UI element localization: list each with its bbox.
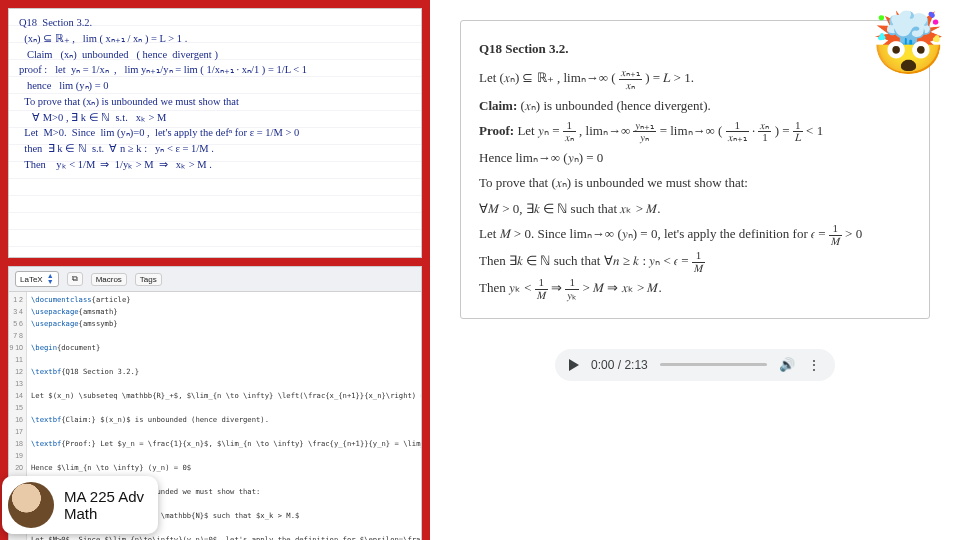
handwritten-line: hence lim (yₙ) = 0 [19, 78, 411, 94]
fraction: 1𝑥ₙ₊₁ [726, 120, 749, 144]
fraction: 𝑦ₙ₊₁𝑦ₙ [633, 120, 656, 144]
line-proof: Proof: Let 𝑦ₙ = 1𝑥ₙ , limₙ→∞ 𝑦ₙ₊₁𝑦ₙ = li… [479, 119, 911, 144]
text: (𝑥ₙ) is unbounded (hence divergent). [517, 98, 710, 113]
audio-seek-track[interactable] [660, 363, 767, 366]
more-options-icon[interactable] [807, 357, 821, 373]
course-name: Math [64, 505, 144, 522]
copy-button[interactable]: ⧉ [67, 272, 83, 286]
presenter-text: MA 225 Adv Math [64, 488, 144, 522]
presenter-card: MA 225 Adv Math [2, 476, 158, 534]
fraction: 1𝑀 [829, 223, 842, 247]
text: Then 𝑦ₖ < [479, 280, 535, 295]
text: < 1 [806, 123, 823, 138]
handwritten-line: proof : let yₙ = 1/xₙ , lim yₙ₊₁/yₙ = li… [19, 62, 411, 78]
total-time: 2:13 [624, 358, 647, 372]
fraction: 1𝐿 [793, 120, 803, 144]
line-toprove: To prove that (𝑥ₙ) is unbounded we must … [479, 171, 911, 194]
language-mode-select[interactable]: LaTeX ▲▼ [15, 271, 59, 287]
current-time: 0:00 [591, 358, 614, 372]
text: , limₙ→∞ [579, 123, 633, 138]
handwritten-line: Let M>0. Since lim (yₙ)=0 , let's apply … [19, 125, 411, 141]
text: ⇒ [551, 280, 565, 295]
macros-button[interactable]: Macros [91, 273, 127, 286]
text: Let 𝑀 > 0. Since limₙ→∞ (𝑦ₙ) = 0, let's … [479, 226, 829, 241]
handwritten-notes-image: Q18 Section 3.2. (xₙ) ⊆ ℝ₊ , lim ( xₙ₊₁ … [8, 8, 422, 258]
claim-label: Claim: [479, 98, 517, 113]
text: > 𝑀 ⇒ 𝑥ₖ > 𝑀. [583, 280, 662, 295]
latex-toolbar: LaTeX ▲▼ ⧉ Macros Tags [9, 267, 421, 292]
handwritten-line: To prove that (xₙ) is unbounded we must … [19, 94, 411, 110]
course-code: MA 225 Adv [64, 488, 144, 505]
text: > 0 [845, 226, 862, 241]
fraction: 1𝑦ₖ [565, 277, 579, 301]
text: = limₙ→∞ ( [660, 123, 726, 138]
handwritten-line: Q18 Section 3.2. [19, 15, 411, 31]
slide-left-panel: Q18 Section 3.2. (xₙ) ⊆ ℝ₊ , lim ( xₙ₊₁ … [0, 0, 430, 540]
handwritten-line: ∀ M>0 , ∃ k ∈ ℕ s.t. xₖ > M [19, 110, 411, 126]
handwritten-line: Claim (xₙ) unbounded ( hence divergent ) [19, 47, 411, 63]
text: Let 𝑦ₙ = [517, 123, 562, 138]
handwritten-line: (xₙ) ⊆ ℝ₊ , lim ( xₙ₊₁ / xₙ ) = L > 1 . [19, 31, 411, 47]
line-hence: Hence limₙ→∞ (𝑦ₙ) = 0 [479, 146, 911, 169]
text: Then ∃𝑘 ∈ ℕ such that ∀𝑛 ≥ 𝑘 : 𝑦ₙ < 𝜖 = [479, 253, 692, 268]
avatar [8, 482, 54, 528]
audio-time: 0:00 / 2:13 [591, 358, 648, 372]
rendered-latex-output: Q18 Section 3.2. Let (𝑥ₙ) ⊆ ℝ₊ , limₙ→∞ … [460, 20, 930, 319]
problem-title: Q18 Section 3.2. [479, 37, 911, 60]
text: ) = [775, 123, 793, 138]
slide-right-panel: 🤯 Q18 Section 3.2. Let (𝑥ₙ) ⊆ ℝ₊ , limₙ→… [430, 0, 960, 540]
play-icon[interactable] [569, 359, 579, 371]
audio-player: 0:00 / 2:13 [555, 349, 835, 381]
line-letM: Let 𝑀 > 0. Since limₙ→∞ (𝑦ₙ) = 0, let's … [479, 222, 911, 247]
line-thenyk: Then 𝑦ₖ < 1𝑀 ⇒ 1𝑦ₖ > 𝑀 ⇒ 𝑥ₖ > 𝑀. [479, 276, 911, 301]
line-claim: Claim: (𝑥ₙ) is unbounded (hence divergen… [479, 94, 911, 117]
fraction: 1𝑀 [692, 250, 705, 274]
fraction: 𝑥ₙ₊₁𝑥ₙ [619, 67, 642, 91]
proof-label: Proof: [479, 123, 514, 138]
text: Let (𝑥ₙ) ⊆ ℝ₊ , limₙ→∞ ( [479, 70, 619, 85]
line-forall: ∀𝑀 > 0, ∃𝑘 ∈ ℕ such that 𝑥ₖ > 𝑀. [479, 197, 911, 220]
fraction: 1𝑥ₙ [563, 120, 576, 144]
fraction: 1𝑀 [535, 277, 548, 301]
text: ) = 𝐿 > 1. [645, 70, 694, 85]
stepper-arrows-icon: ▲▼ [47, 273, 54, 285]
line-thenk: Then ∃𝑘 ∈ ℕ such that ∀𝑛 ≥ 𝑘 : 𝑦ₙ < 𝜖 = … [479, 249, 911, 274]
handwritten-line: then ∃ k ∈ ℕ s.t. ∀ n ≥ k : yₙ < ε = 1/M… [19, 141, 411, 157]
mind-blown-emoji-icon: 🤯 [871, 14, 946, 74]
tags-button[interactable]: Tags [135, 273, 162, 286]
fraction: 𝑥ₙ1 [758, 120, 771, 144]
volume-icon[interactable] [779, 357, 795, 372]
handwritten-line: Then yₖ < 1/M ⇒ 1/yₖ > M ⇒ xₖ > M . [19, 157, 411, 173]
line-let: Let (𝑥ₙ) ⊆ ℝ₊ , limₙ→∞ ( 𝑥ₙ₊₁𝑥ₙ ) = 𝐿 > … [479, 66, 911, 91]
language-mode-label: LaTeX [20, 275, 43, 284]
